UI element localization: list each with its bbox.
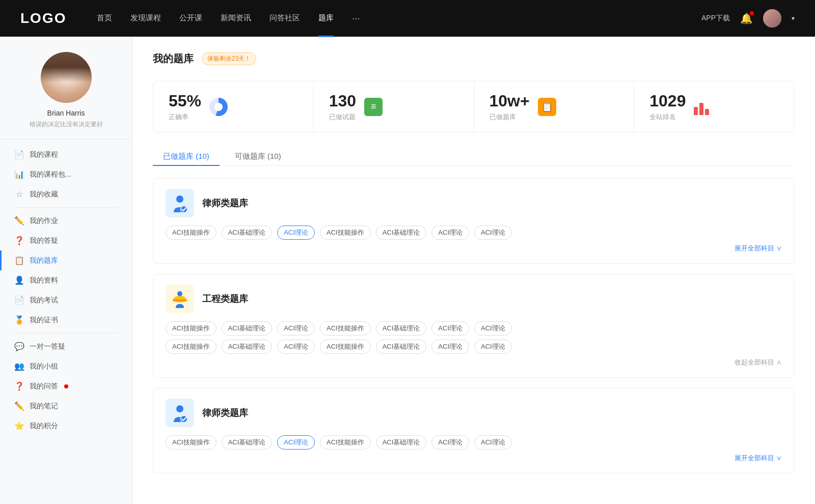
tag-eng-1-7[interactable]: ACI理论	[474, 321, 512, 335]
stat-accuracy: 55% 正确率	[153, 81, 314, 132]
tag-lawyer1-2[interactable]: ACI基础理论	[222, 226, 273, 240]
sidebar-item-quiz-bank-label: 我的题库	[30, 256, 58, 265]
quiz-section-3-expand[interactable]: 展开全部科目 ∨	[166, 454, 782, 463]
tag-eng-1-4[interactable]: ACI技能操作	[320, 321, 371, 335]
sidebar-item-my-question[interactable]: ❓ 我的问答	[5, 376, 127, 396]
stats-row: 55% 正确率 130 已做试题 ≡ 10w+ 已做题库	[153, 81, 795, 132]
sidebar-profile: Brian Harris 错误的决定比没有决定要好	[0, 52, 132, 139]
sidebar-item-my-question-label: 我的问答	[30, 382, 58, 391]
quiz-section-2-tags-row2: ACI技能操作 ACI基础理论 ACI理论 ACI技能操作 ACI基础理论 AC…	[166, 340, 782, 354]
sidebar-item-my-profile-label: 我的资料	[30, 276, 58, 285]
sidebar-item-certificate[interactable]: 🏅 我的证书	[5, 310, 127, 330]
sidebar-item-my-exam[interactable]: 📄 我的考试	[5, 290, 127, 310]
sidebar-item-my-group[interactable]: 👥 我的小组	[5, 356, 127, 376]
nav-open-course[interactable]: 公开课	[179, 13, 202, 24]
app-download-button[interactable]: APP下载	[701, 14, 730, 23]
nav-news[interactable]: 新闻资讯	[221, 13, 251, 24]
quiz-section-1-expand[interactable]: 展开全部科目 ∨	[166, 244, 782, 253]
tag-lawyer2-1[interactable]: ACI技能操作	[166, 435, 216, 450]
sidebar-item-my-notes[interactable]: ✏️ 我的笔记	[5, 396, 127, 416]
nav-discover[interactable]: 发现课程	[130, 13, 161, 24]
one-on-one-icon: 💬	[14, 342, 24, 351]
tag-eng-1-1[interactable]: ACI技能操作	[166, 321, 216, 335]
tag-lawyer1-5[interactable]: ACI基础理论	[376, 226, 427, 240]
nav-qa[interactable]: 问答社区	[269, 13, 300, 24]
stat-questions-info: 130 已做试题	[329, 92, 356, 122]
sidebar-item-course-package[interactable]: 📊 我的课程包...	[5, 164, 127, 184]
stat-questions-label: 已做试题	[329, 113, 356, 122]
notification-bell[interactable]: 🔔	[740, 12, 753, 24]
my-qa-icon: ❓	[14, 236, 24, 245]
tag-lawyer1-6[interactable]: ACI理论	[431, 226, 469, 240]
tag-lawyer1-4[interactable]: ACI技能操作	[320, 226, 371, 240]
tag-lawyer1-7[interactable]: ACI理论	[474, 226, 512, 240]
tag-lawyer2-3-active[interactable]: ACI理论	[277, 435, 315, 450]
my-profile-icon: 👤	[14, 275, 24, 285]
avatar[interactable]	[763, 9, 781, 27]
lawyer-svg-2	[170, 403, 190, 423]
stat-ranking: 1029 全站排名	[634, 81, 794, 132]
main-layout: Brian Harris 错误的决定比没有决定要好 📄 我的课程 📊 我的课程包…	[0, 37, 815, 504]
sidebar-item-quiz-bank[interactable]: 📋 我的题库	[5, 250, 127, 270]
notification-dot	[750, 11, 754, 15]
page-title: 我的题库	[153, 52, 194, 66]
sidebar-item-homework-label: 我的作业	[30, 216, 58, 226]
tag-eng-2-6[interactable]: ACI理论	[431, 340, 469, 354]
tag-eng-2-7[interactable]: ACI理论	[474, 340, 512, 354]
svg-point-5	[177, 291, 182, 296]
sidebar-divider-1	[14, 207, 118, 208]
tag-lawyer1-3-active[interactable]: ACI理论	[277, 226, 315, 240]
sidebar-motto: 错误的决定比没有决定要好	[30, 120, 103, 129]
tab-available[interactable]: 可做题库 (10)	[225, 148, 291, 165]
tag-lawyer2-4[interactable]: ACI技能操作	[320, 435, 371, 450]
tag-lawyer2-5[interactable]: ACI基础理论	[376, 435, 427, 450]
quiz-section-2-title: 工程类题库	[202, 293, 248, 305]
sidebar-item-my-course-label: 我的课程	[30, 150, 58, 159]
main-content: 我的题库 体验剩余23天！ 55% 正确率 130 已做试题 ≡	[132, 37, 815, 504]
page-header: 我的题库 体验剩余23天！	[153, 52, 795, 66]
quiz-tabs: 已做题库 (10) 可做题库 (10)	[153, 148, 795, 166]
nav-home[interactable]: 首页	[97, 13, 112, 24]
tag-eng-2-2[interactable]: ACI基础理论	[222, 340, 273, 354]
engineer-svg	[170, 289, 190, 309]
homework-icon: ✏️	[14, 216, 24, 226]
my-points-icon: ⭐	[14, 421, 24, 431]
stat-accuracy-info: 55% 正确率	[169, 92, 201, 122]
sidebar-item-favorites[interactable]: ☆ 我的收藏	[5, 184, 127, 204]
tag-eng-1-2[interactable]: ACI基础理论	[222, 321, 273, 335]
sidebar-username: Brian Harris	[47, 109, 85, 117]
tab-done[interactable]: 已做题库 (10)	[153, 148, 220, 165]
sidebar-item-my-qa[interactable]: ❓ 我的答疑	[5, 231, 127, 250]
quiz-section-2-collapse[interactable]: 收起全部科目 ∧	[166, 358, 782, 367]
tag-lawyer2-2[interactable]: ACI基础理论	[222, 435, 273, 450]
svg-point-0	[176, 195, 183, 203]
my-exam-icon: 📄	[14, 295, 24, 305]
svg-rect-4	[173, 299, 187, 301]
nav-more[interactable]: ···	[352, 13, 360, 24]
sidebar-item-one-on-one[interactable]: 💬 一对一答疑	[5, 337, 127, 356]
tag-eng-1-6[interactable]: ACI理论	[431, 321, 469, 335]
quiz-section-2-header: 工程类题库	[166, 285, 782, 313]
tag-eng-2-4[interactable]: ACI技能操作	[320, 340, 371, 354]
tag-lawyer1-1[interactable]: ACI技能操作	[166, 226, 216, 240]
sidebar-item-my-points[interactable]: ⭐ 我的积分	[5, 416, 127, 436]
sidebar-item-homework[interactable]: ✏️ 我的作业	[5, 211, 127, 231]
sidebar-item-my-exam-label: 我的考试	[30, 296, 58, 305]
tag-eng-2-1[interactable]: ACI技能操作	[166, 340, 216, 354]
sidebar-item-my-course[interactable]: 📄 我的课程	[5, 145, 127, 164]
tag-eng-1-3[interactable]: ACI理论	[277, 321, 315, 335]
my-course-icon: 📄	[14, 150, 24, 159]
stat-accuracy-value: 55%	[169, 92, 201, 110]
lawyer-svg-1	[170, 193, 190, 213]
sidebar-item-my-profile[interactable]: 👤 我的资料	[5, 270, 127, 290]
avatar-chevron-icon[interactable]: ▾	[792, 15, 795, 22]
quiz-section-3-header: 律师类题库	[166, 399, 782, 427]
tag-lawyer2-7[interactable]: ACI理论	[474, 435, 512, 450]
nav-quiz[interactable]: 题库	[318, 13, 334, 24]
tag-eng-2-5[interactable]: ACI基础理论	[376, 340, 427, 354]
lawyer-icon-2	[166, 399, 194, 427]
tag-eng-1-5[interactable]: ACI基础理论	[376, 321, 427, 335]
tag-lawyer2-6[interactable]: ACI理论	[431, 435, 469, 450]
logo[interactable]: LOGO	[20, 10, 66, 26]
tag-eng-2-3[interactable]: ACI理论	[277, 340, 315, 354]
